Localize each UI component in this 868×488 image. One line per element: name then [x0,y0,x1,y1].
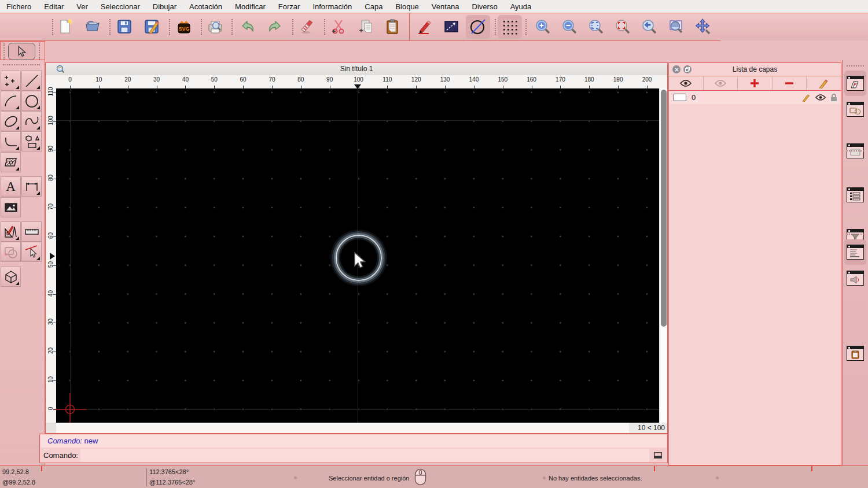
undo-button[interactable] [238,17,258,36]
cube-3d-icon [3,269,19,285]
remove-layer-button[interactable] [773,76,807,90]
zoom-in-button[interactable] [533,17,553,36]
select-entity-button[interactable] [21,242,42,262]
ellipse-tool-button[interactable] [1,111,21,131]
command-input-row: Comando: [41,448,667,463]
command-echo-toggle[interactable] [847,271,864,286]
toolbar-handle[interactable] [39,43,40,60]
entity-list-toggle[interactable] [847,187,864,202]
menu-item-ventana[interactable]: Ventana [425,2,466,11]
status-dot [543,476,546,479]
menu-item-bloque[interactable]: Bloque [389,2,425,11]
menu-item-informacion[interactable]: Información [306,2,358,11]
vertical-scrollbar-thumb[interactable] [661,90,667,327]
eye-icon [680,80,692,87]
layer-edit-pencil-icon[interactable] [802,93,811,102]
image-tool-button[interactable] [1,197,21,217]
new-document-button[interactable] [56,17,75,36]
dock-handle[interactable] [847,65,864,66]
zoom-window-button[interactable] [666,17,686,36]
points-tool-button[interactable] [1,71,21,91]
line-tool-button[interactable] [21,71,42,91]
edit-layer-button[interactable] [807,76,841,90]
circle-icon [24,93,40,109]
measure-tool-button[interactable] [21,221,42,242]
menu-item-fichero[interactable]: Fichero [0,2,38,11]
pencil-icon [819,78,829,88]
zoom-out-button[interactable] [560,17,579,36]
menu-item-forzar[interactable]: Forzar [272,2,307,11]
ruler-left-label: 90 [47,143,54,156]
menu-item-dibujar[interactable]: Dibujar [146,2,183,11]
menu-item-capa[interactable]: Capa [358,2,389,11]
solid-3d-button[interactable] [1,267,21,287]
zoom-auto-icon [587,18,605,35]
layer-list-toggle[interactable] [844,71,866,96]
menu-item-acotacion[interactable]: Acotación [183,2,229,11]
grid-toggle-button[interactable] [498,15,522,39]
redo-button[interactable] [265,17,285,36]
polyline-tool-button[interactable] [1,131,21,151]
arrow-select-button[interactable] [8,43,35,60]
status-dot [716,476,719,479]
menu-item-modificar[interactable]: Modificar [229,2,272,11]
palette-handle[interactable] [3,64,40,65]
spline-tool-button[interactable] [21,111,42,131]
print-preview-button[interactable] [205,17,225,36]
command-line-toggle[interactable] [844,239,866,265]
vertical-scrollbar[interactable] [659,88,667,423]
document-titlebar[interactable]: Sin título 1 [46,63,667,76]
command-input[interactable] [80,449,649,462]
circle-tool-button[interactable] [21,91,42,111]
dimension-tool-button[interactable] [21,176,42,197]
ruler-left-label: 40 [47,287,54,300]
layer-list-window-icon [847,76,864,91]
save-button[interactable] [115,17,134,36]
hide-all-layers-button[interactable] [704,76,738,90]
polyline-icon [3,134,19,150]
arc-tool-button[interactable] [1,91,21,111]
selection-window-button[interactable] [442,17,461,36]
horizontal-scrollbar[interactable]: 10 < 100 [46,423,667,433]
ruler-left-label: 100 [47,114,54,127]
save-as-button[interactable] [142,17,161,36]
drawing-canvas[interactable] [56,88,659,423]
paste-button[interactable] [382,17,402,36]
show-all-layers-button[interactable] [669,76,704,90]
block-list-toggle[interactable] [847,102,864,117]
menu-item-diverso[interactable]: Diverso [466,2,504,11]
copy-button[interactable] [356,17,376,36]
layer-row[interactable]: 0 [669,91,841,104]
layer-color-swatch[interactable] [674,94,686,101]
toolbar-separator [525,19,527,35]
modify-shapes-button[interactable] [1,242,21,262]
open-file-button[interactable] [83,17,102,36]
menu-item-editar[interactable]: Editar [38,2,70,11]
red-pencil-icon [416,18,433,35]
menu-item-ver[interactable]: Ver [70,2,94,11]
toolbar-handle[interactable] [52,19,53,35]
menu-item-seleccionar[interactable]: Seleccionar [94,2,146,11]
menu-item-ayuda[interactable]: Ayuda [504,2,538,11]
command-dock-detach-button[interactable] [652,450,664,461]
layer-lock-icon[interactable] [830,94,837,102]
text-tool-button[interactable]: A [1,176,21,197]
command-history-value: new [84,437,98,445]
svg-export-button[interactable]: SVG [174,17,194,36]
zoom-previous-button[interactable] [639,17,659,36]
add-layer-button[interactable] [738,76,773,90]
layer-visibility-eye-icon[interactable] [815,94,826,101]
shapes-tool-button[interactable] [21,131,42,151]
toolbar-handle[interactable] [3,43,5,60]
hatch-tool-button[interactable] [1,152,21,172]
zoom-selected-button[interactable] [613,17,632,36]
clipboard-panel-toggle[interactable] [847,346,864,361]
zoom-auto-button[interactable] [586,17,606,36]
delete-button[interactable] [297,17,317,36]
ruler-left-marker [50,253,55,260]
modify-tools-button[interactable] [1,221,21,242]
circle-line-options-button[interactable] [466,15,490,39]
zoom-pan-button[interactable] [693,17,712,36]
pen-attributes-button[interactable] [415,17,435,36]
cut-button[interactable] [329,17,348,36]
